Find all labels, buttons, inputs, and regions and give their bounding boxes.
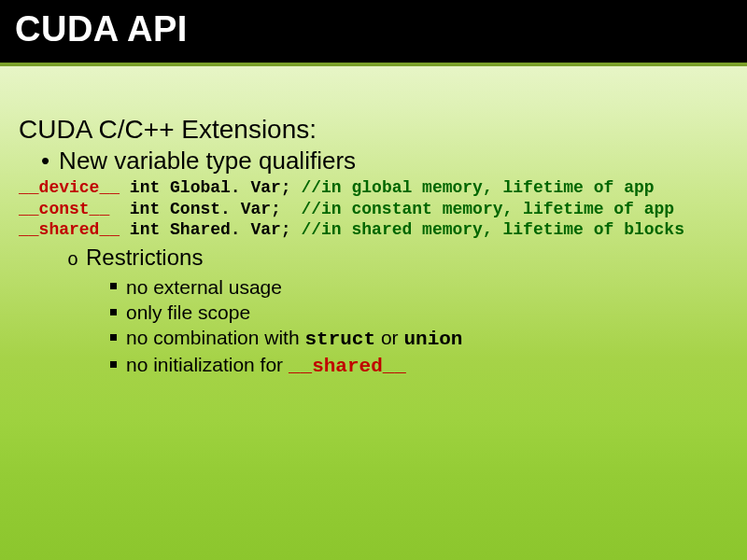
square-bullet-icon — [110, 283, 117, 289]
code-keyword: __const__ — [19, 200, 109, 218]
square-bullet-icon — [110, 334, 117, 341]
item-text: no initialization for — [126, 354, 289, 375]
item-text: no external usage — [126, 276, 282, 298]
code-block: __device__ int Global. Var; //in global … — [19, 177, 728, 241]
item-mono-keyword: __shared__ — [289, 356, 406, 377]
list-item: only file scope — [110, 300, 728, 325]
item-text: no combination with — [126, 327, 304, 348]
slide-content: CUDA C/C++ Extensions: •New variable typ… — [0, 66, 747, 399]
item-mono: struct — [304, 329, 375, 350]
item-text: only file scope — [126, 301, 250, 323]
code-keyword: __shared__ — [19, 220, 120, 239]
bullet-dot-icon: • — [41, 147, 49, 175]
restrictions-heading: Restrictions — [86, 245, 203, 270]
slide-title: CUDA API — [15, 9, 732, 49]
code-comment: //in global memory, lifetime of app — [301, 178, 654, 197]
square-bullet-icon — [110, 309, 117, 315]
code-mid: int Const. Var; — [109, 200, 301, 218]
circle-bullet-icon: o — [67, 249, 78, 271]
square-bullet-icon — [110, 361, 117, 368]
restrictions-heading-line: oRestrictions — [67, 245, 728, 271]
list-item: no initialization for __shared__ — [110, 352, 728, 379]
item-mono: union — [403, 329, 462, 350]
code-mid: int Global. Var; — [120, 178, 301, 197]
restrictions-list: no external usage only file scope no com… — [110, 274, 728, 380]
bullet-text: New variable type qualifiers — [59, 147, 356, 175]
title-bar: CUDA API — [0, 0, 747, 66]
list-item: no combination with struct or union — [110, 325, 728, 352]
item-text-mid: or — [375, 327, 403, 348]
code-keyword: __device__ — [19, 178, 120, 197]
bullet-new-qualifiers: •New variable type qualifiers — [41, 147, 728, 175]
code-comment: //in shared memory, lifetime of blocks — [301, 220, 684, 239]
code-comment: //in constant memory, lifetime of app — [301, 200, 674, 218]
list-item: no external usage — [110, 274, 728, 300]
subtitle: CUDA C/C++ Extensions: — [19, 115, 728, 145]
code-mid: int Shared. Var; — [120, 220, 301, 239]
